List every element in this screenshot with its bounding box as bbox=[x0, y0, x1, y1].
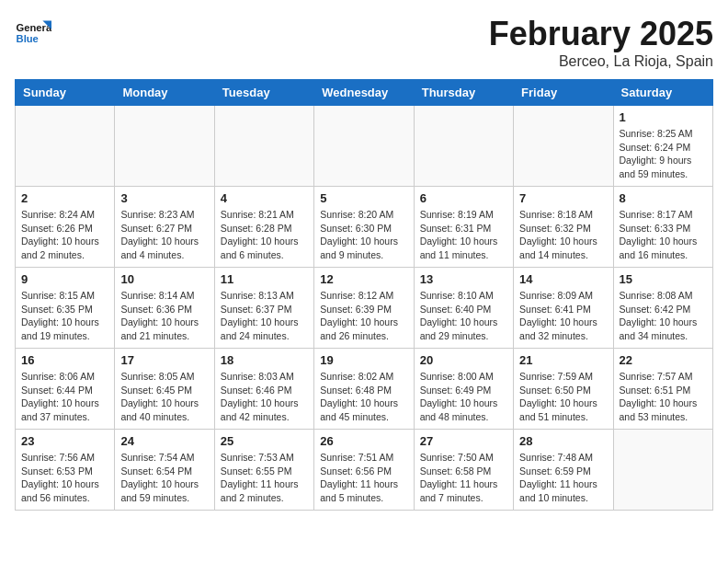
day-cell: 18Sunrise: 8:03 AM Sunset: 6:46 PM Dayli… bbox=[214, 349, 313, 430]
day-number: 6 bbox=[420, 191, 507, 205]
day-number: 25 bbox=[221, 434, 308, 448]
day-info: Sunrise: 7:51 AM Sunset: 6:56 PM Dayligh… bbox=[320, 451, 407, 505]
weekday-header-row: SundayMondayTuesdayWednesdayThursdayFrid… bbox=[16, 80, 713, 106]
title-area: February 2025 Berceo, La Rioja, Spain bbox=[489, 15, 713, 70]
day-number: 11 bbox=[221, 272, 308, 286]
weekday-friday: Friday bbox=[514, 80, 613, 106]
logo: General Blue bbox=[15, 15, 55, 52]
week-row-4: 23Sunrise: 7:56 AM Sunset: 6:53 PM Dayli… bbox=[16, 430, 713, 511]
day-info: Sunrise: 7:56 AM Sunset: 6:53 PM Dayligh… bbox=[21, 451, 108, 505]
day-info: Sunrise: 8:03 AM Sunset: 6:46 PM Dayligh… bbox=[221, 370, 308, 424]
day-info: Sunrise: 8:19 AM Sunset: 6:31 PM Dayligh… bbox=[420, 208, 507, 262]
day-cell: 11Sunrise: 8:13 AM Sunset: 6:37 PM Dayli… bbox=[214, 268, 313, 349]
weekday-wednesday: Wednesday bbox=[314, 80, 414, 106]
month-title: February 2025 bbox=[489, 15, 713, 53]
day-cell: 15Sunrise: 8:08 AM Sunset: 6:42 PM Dayli… bbox=[613, 268, 712, 349]
day-info: Sunrise: 8:09 AM Sunset: 6:41 PM Dayligh… bbox=[519, 289, 607, 343]
day-cell: 14Sunrise: 8:09 AM Sunset: 6:41 PM Dayli… bbox=[514, 268, 613, 349]
day-number: 3 bbox=[120, 191, 208, 205]
weekday-tuesday: Tuesday bbox=[214, 80, 313, 106]
day-cell: 20Sunrise: 8:00 AM Sunset: 6:49 PM Dayli… bbox=[414, 349, 513, 430]
day-cell: 25Sunrise: 7:53 AM Sunset: 6:55 PM Dayli… bbox=[214, 430, 313, 511]
day-cell: 6Sunrise: 8:19 AM Sunset: 6:31 PM Daylig… bbox=[414, 187, 513, 268]
day-cell bbox=[414, 106, 513, 187]
day-info: Sunrise: 8:05 AM Sunset: 6:45 PM Dayligh… bbox=[120, 370, 208, 424]
day-number: 2 bbox=[21, 191, 108, 205]
day-info: Sunrise: 8:13 AM Sunset: 6:37 PM Dayligh… bbox=[221, 289, 308, 343]
day-info: Sunrise: 8:25 AM Sunset: 6:24 PM Dayligh… bbox=[620, 127, 707, 181]
day-cell bbox=[115, 106, 214, 187]
day-cell: 24Sunrise: 7:54 AM Sunset: 6:54 PM Dayli… bbox=[115, 430, 214, 511]
day-cell bbox=[314, 106, 414, 187]
day-info: Sunrise: 8:06 AM Sunset: 6:44 PM Dayligh… bbox=[21, 370, 108, 424]
day-cell: 9Sunrise: 8:15 AM Sunset: 6:35 PM Daylig… bbox=[16, 268, 115, 349]
day-info: Sunrise: 8:02 AM Sunset: 6:48 PM Dayligh… bbox=[320, 370, 407, 424]
day-cell: 4Sunrise: 8:21 AM Sunset: 6:28 PM Daylig… bbox=[214, 187, 313, 268]
day-number: 24 bbox=[120, 434, 208, 448]
day-number: 16 bbox=[21, 353, 108, 367]
day-info: Sunrise: 8:24 AM Sunset: 6:26 PM Dayligh… bbox=[21, 208, 108, 262]
day-cell: 17Sunrise: 8:05 AM Sunset: 6:45 PM Dayli… bbox=[115, 349, 214, 430]
day-number: 28 bbox=[519, 434, 607, 448]
svg-text:Blue: Blue bbox=[17, 33, 39, 44]
day-number: 26 bbox=[320, 434, 407, 448]
day-number: 21 bbox=[519, 353, 607, 367]
weekday-saturday: Saturday bbox=[613, 80, 712, 106]
day-cell: 7Sunrise: 8:18 AM Sunset: 6:32 PM Daylig… bbox=[514, 187, 613, 268]
day-number: 14 bbox=[519, 272, 607, 286]
day-cell: 23Sunrise: 7:56 AM Sunset: 6:53 PM Dayli… bbox=[16, 430, 115, 511]
day-info: Sunrise: 8:17 AM Sunset: 6:33 PM Dayligh… bbox=[620, 208, 707, 262]
day-info: Sunrise: 8:12 AM Sunset: 6:39 PM Dayligh… bbox=[320, 289, 407, 343]
day-cell bbox=[16, 106, 115, 187]
logo-icon: General Blue bbox=[15, 15, 51, 52]
day-number: 12 bbox=[320, 272, 407, 286]
weekday-thursday: Thursday bbox=[414, 80, 513, 106]
calendar-table: SundayMondayTuesdayWednesdayThursdayFrid… bbox=[15, 79, 713, 511]
day-info: Sunrise: 8:08 AM Sunset: 6:42 PM Dayligh… bbox=[620, 289, 707, 343]
day-cell: 10Sunrise: 8:14 AM Sunset: 6:36 PM Dayli… bbox=[115, 268, 214, 349]
day-cell bbox=[514, 106, 613, 187]
day-info: Sunrise: 8:15 AM Sunset: 6:35 PM Dayligh… bbox=[21, 289, 108, 343]
day-info: Sunrise: 8:18 AM Sunset: 6:32 PM Dayligh… bbox=[519, 208, 607, 262]
day-info: Sunrise: 8:23 AM Sunset: 6:27 PM Dayligh… bbox=[120, 208, 208, 262]
week-row-2: 9Sunrise: 8:15 AM Sunset: 6:35 PM Daylig… bbox=[16, 268, 713, 349]
day-info: Sunrise: 8:20 AM Sunset: 6:30 PM Dayligh… bbox=[320, 208, 407, 262]
day-cell: 3Sunrise: 8:23 AM Sunset: 6:27 PM Daylig… bbox=[115, 187, 214, 268]
day-number: 4 bbox=[221, 191, 308, 205]
day-number: 19 bbox=[320, 353, 407, 367]
day-cell: 2Sunrise: 8:24 AM Sunset: 6:26 PM Daylig… bbox=[16, 187, 115, 268]
day-cell: 21Sunrise: 7:59 AM Sunset: 6:50 PM Dayli… bbox=[514, 349, 613, 430]
day-info: Sunrise: 8:10 AM Sunset: 6:40 PM Dayligh… bbox=[420, 289, 507, 343]
day-cell: 22Sunrise: 7:57 AM Sunset: 6:51 PM Dayli… bbox=[613, 349, 712, 430]
day-cell: 5Sunrise: 8:20 AM Sunset: 6:30 PM Daylig… bbox=[314, 187, 414, 268]
day-number: 7 bbox=[519, 191, 607, 205]
day-number: 5 bbox=[320, 191, 407, 205]
day-number: 10 bbox=[120, 272, 208, 286]
day-number: 15 bbox=[620, 272, 707, 286]
day-info: Sunrise: 7:48 AM Sunset: 6:59 PM Dayligh… bbox=[519, 451, 607, 505]
day-cell: 27Sunrise: 7:50 AM Sunset: 6:58 PM Dayli… bbox=[414, 430, 513, 511]
day-info: Sunrise: 8:14 AM Sunset: 6:36 PM Dayligh… bbox=[120, 289, 208, 343]
location: Berceo, La Rioja, Spain bbox=[489, 53, 713, 70]
day-number: 1 bbox=[620, 110, 707, 124]
day-number: 18 bbox=[221, 353, 308, 367]
day-number: 9 bbox=[21, 272, 108, 286]
calendar-body: 1Sunrise: 8:25 AM Sunset: 6:24 PM Daylig… bbox=[16, 106, 713, 511]
day-cell: 26Sunrise: 7:51 AM Sunset: 6:56 PM Dayli… bbox=[314, 430, 414, 511]
day-number: 23 bbox=[21, 434, 108, 448]
day-cell: 16Sunrise: 8:06 AM Sunset: 6:44 PM Dayli… bbox=[16, 349, 115, 430]
day-info: Sunrise: 7:54 AM Sunset: 6:54 PM Dayligh… bbox=[120, 451, 208, 505]
day-number: 20 bbox=[420, 353, 507, 367]
day-number: 13 bbox=[420, 272, 507, 286]
day-info: Sunrise: 7:59 AM Sunset: 6:50 PM Dayligh… bbox=[519, 370, 607, 424]
day-info: Sunrise: 8:00 AM Sunset: 6:49 PM Dayligh… bbox=[420, 370, 507, 424]
day-info: Sunrise: 7:50 AM Sunset: 6:58 PM Dayligh… bbox=[420, 451, 507, 505]
week-row-1: 2Sunrise: 8:24 AM Sunset: 6:26 PM Daylig… bbox=[16, 187, 713, 268]
day-number: 27 bbox=[420, 434, 507, 448]
day-cell: 1Sunrise: 8:25 AM Sunset: 6:24 PM Daylig… bbox=[613, 106, 712, 187]
day-info: Sunrise: 7:53 AM Sunset: 6:55 PM Dayligh… bbox=[221, 451, 308, 505]
day-cell: 19Sunrise: 8:02 AM Sunset: 6:48 PM Dayli… bbox=[314, 349, 414, 430]
day-cell: 8Sunrise: 8:17 AM Sunset: 6:33 PM Daylig… bbox=[613, 187, 712, 268]
day-cell: 12Sunrise: 8:12 AM Sunset: 6:39 PM Dayli… bbox=[314, 268, 414, 349]
week-row-0: 1Sunrise: 8:25 AM Sunset: 6:24 PM Daylig… bbox=[16, 106, 713, 187]
